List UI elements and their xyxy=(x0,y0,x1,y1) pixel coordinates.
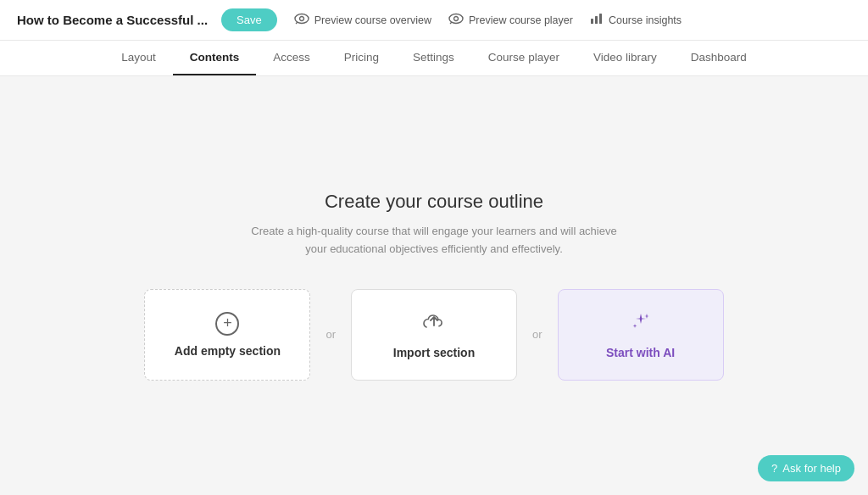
tab-contents[interactable]: Contents xyxy=(173,41,257,75)
help-label: Ask for help xyxy=(782,462,841,475)
eye-icon-2 xyxy=(448,13,464,27)
import-label: Import section xyxy=(393,346,475,359)
tab-video-library[interactable]: Video library xyxy=(576,41,674,75)
eye-icon xyxy=(294,13,309,27)
or-label-1: or xyxy=(326,328,336,341)
start-with-ai-card[interactable]: Start with AI xyxy=(558,289,724,381)
tab-access[interactable]: Access xyxy=(256,41,327,75)
svg-rect-7 xyxy=(595,16,598,24)
preview-overview-label: Preview course overview xyxy=(314,14,431,26)
course-insights-label: Course insights xyxy=(609,14,682,26)
course-insights-button[interactable]: Course insights xyxy=(590,13,682,27)
preview-player-button[interactable]: Preview course player xyxy=(448,13,573,27)
svg-point-4 xyxy=(453,17,458,21)
save-button[interactable]: Save xyxy=(221,8,277,31)
tab-dashboard[interactable]: Dashboard xyxy=(674,41,764,75)
tab-course-player[interactable]: Course player xyxy=(471,41,576,75)
main-content: Create your course outline Create a high… xyxy=(0,76,868,495)
nav-tabs: Layout Contents Access Pricing Settings … xyxy=(0,41,868,76)
question-icon: ? xyxy=(771,462,777,475)
plus-circle-icon: + xyxy=(215,312,239,336)
or-label-2: or xyxy=(532,328,542,341)
header-actions: Preview course overview Preview course p… xyxy=(294,13,851,27)
preview-player-label: Preview course player xyxy=(469,14,573,26)
outline-title: Create your course outline xyxy=(325,191,543,213)
page-title: How to Become a Successful ... xyxy=(17,13,208,27)
svg-rect-6 xyxy=(591,19,593,24)
header: How to Become a Successful ... Save Prev… xyxy=(0,0,868,41)
tab-settings[interactable]: Settings xyxy=(396,41,471,75)
outline-description: Create a high-quality course that will e… xyxy=(248,223,620,259)
ai-label: Start with AI xyxy=(606,346,675,359)
chart-icon xyxy=(590,13,604,27)
import-section-card[interactable]: Import section xyxy=(351,289,517,381)
tab-layout[interactable]: Layout xyxy=(104,41,173,75)
svg-rect-8 xyxy=(599,14,602,24)
stars-icon xyxy=(629,310,653,337)
cards-row: + Add empty section or Import section or xyxy=(144,289,723,381)
upload-icon xyxy=(422,310,446,337)
add-empty-label: Add empty section xyxy=(175,344,281,358)
tab-pricing[interactable]: Pricing xyxy=(327,41,396,75)
help-button[interactable]: ? Ask for help xyxy=(758,455,854,481)
preview-overview-button[interactable]: Preview course overview xyxy=(294,13,431,27)
add-empty-section-card[interactable]: + Add empty section xyxy=(144,289,310,381)
svg-line-2 xyxy=(296,22,298,24)
svg-point-1 xyxy=(299,17,303,21)
svg-line-5 xyxy=(450,22,452,24)
